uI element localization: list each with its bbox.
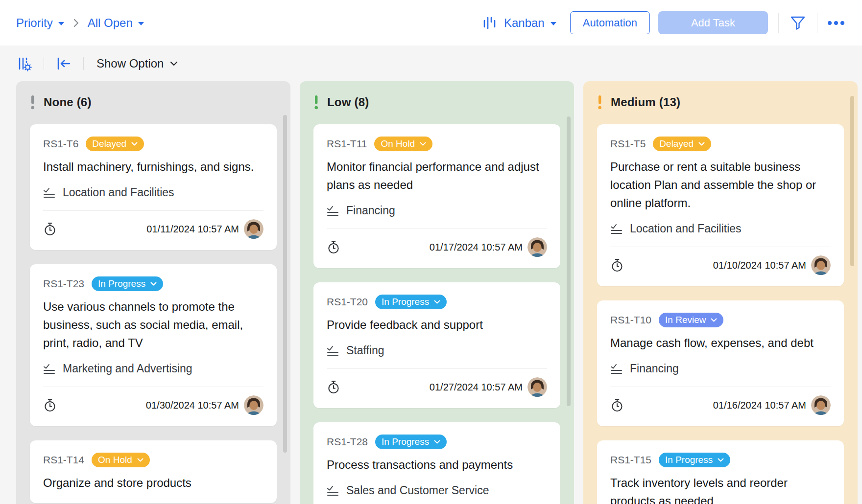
- column-scrollbar[interactable]: [850, 96, 854, 266]
- task-card[interactable]: RS1-T15 In Progress Track inventory leve…: [597, 440, 844, 504]
- due-date: 01/17/2024 10:57 AM: [430, 242, 523, 253]
- task-card[interactable]: RS1-T20 In Progress Provide feedback and…: [313, 282, 560, 408]
- task-key: RS1-T20: [327, 296, 368, 308]
- status-badge[interactable]: Delayed: [86, 137, 144, 151]
- column-scrollbar[interactable]: [283, 115, 287, 453]
- column-header: None (6): [30, 81, 277, 110]
- due-date: 01/16/2024 10:57 AM: [713, 400, 806, 411]
- task-id-row: RS1-T20 In Progress: [327, 295, 547, 309]
- dot-icon: [840, 21, 844, 25]
- card-divider: [327, 368, 547, 369]
- chevron-down-icon: [551, 22, 556, 25]
- status-badge[interactable]: On Hold: [374, 137, 432, 151]
- assignee-avatar: [244, 219, 263, 239]
- task-title: Use various channels to promote the busi…: [43, 298, 263, 352]
- column-title: None (6): [44, 95, 92, 109]
- chevron-down-icon: [58, 22, 64, 25]
- task-key: RS1-T28: [327, 436, 368, 448]
- column-cards: RS1-T11 On Hold Monitor financial perfor…: [313, 124, 560, 504]
- divider: [83, 57, 84, 70]
- column-scrollbar[interactable]: [567, 116, 571, 406]
- task-card[interactable]: RS1-T10 In Review Manage cash flow, expe…: [597, 300, 844, 426]
- status-badge[interactable]: In Review: [659, 313, 723, 327]
- chevron-down-icon: [150, 282, 157, 286]
- task-card[interactable]: RS1-T5 Delayed Purchase or rent a suitab…: [597, 124, 844, 286]
- tasklist-name: Financing: [346, 204, 395, 217]
- automation-button[interactable]: Automation: [570, 11, 650, 34]
- board-settings-button[interactable]: [16, 55, 33, 72]
- card-divider: [610, 247, 831, 247]
- task-id-row: RS1-T5 Delayed: [610, 137, 831, 151]
- task-id-row: RS1-T10 In Review: [610, 313, 831, 327]
- due-date: 01/11/2024 10:57 AM: [146, 224, 239, 235]
- kanban-page: Priority All Open Kanban Automation A: [0, 0, 862, 504]
- task-id-row: RS1-T14 On Hold: [43, 453, 263, 467]
- priority-group-label: Priority: [16, 16, 53, 30]
- board-toolbar: Show Option: [0, 46, 862, 81]
- chevron-down-icon: [434, 300, 440, 304]
- divider: [778, 13, 779, 33]
- kanban-column: Low (8) RS1-T11 On Hold Monitor financia…: [300, 81, 574, 504]
- card-footer: 01/17/2024 10:57 AM: [327, 237, 547, 257]
- filter-button[interactable]: [789, 14, 807, 32]
- status-label: Delayed: [92, 138, 126, 149]
- task-card[interactable]: RS1-T23 In Progress Use various channels…: [30, 264, 277, 426]
- task-title: Organize and store products: [43, 474, 263, 492]
- tasklist-name: Marketing and Advertising: [63, 362, 192, 375]
- assignee-avatar: [244, 395, 263, 415]
- chevron-down-icon: [131, 142, 138, 146]
- status-badge[interactable]: Delayed: [653, 137, 711, 151]
- status-label: On Hold: [98, 455, 132, 465]
- chevron-down-icon: [170, 61, 178, 66]
- priority-icon: [313, 95, 319, 110]
- card-footer: 01/27/2024 10:57 AM: [327, 377, 547, 397]
- chevron-down-icon: [718, 458, 724, 462]
- priority-icon: [30, 95, 35, 110]
- timer-icon: [43, 222, 57, 236]
- task-key: RS1-T10: [610, 314, 651, 326]
- chevron-down-icon: [137, 458, 144, 462]
- priority-group-dropdown[interactable]: Priority: [16, 16, 64, 30]
- status-label: In Progress: [98, 278, 145, 289]
- status-label: In Progress: [382, 297, 429, 307]
- show-option-dropdown[interactable]: Show Option: [96, 57, 178, 70]
- task-filter-dropdown[interactable]: All Open: [88, 16, 144, 30]
- status-label: On Hold: [381, 138, 415, 149]
- task-title: Provide feedback and support: [327, 316, 547, 334]
- view-switcher-label: Kanban: [504, 16, 545, 30]
- tasklist-name: Staffing: [346, 344, 384, 357]
- tasklist-row: Financing: [610, 362, 831, 375]
- column-cards: RS1-T5 Delayed Purchase or rent a suitab…: [597, 124, 844, 504]
- assignee-avatar: [811, 395, 831, 415]
- task-key: RS1-T14: [43, 454, 84, 466]
- tasklist-icon: [43, 363, 55, 375]
- task-id-row: RS1-T23 In Progress: [43, 276, 263, 291]
- tasklist-name: Sales and Customer Service: [346, 484, 489, 497]
- task-card[interactable]: RS1-T6 Delayed Install machinery, furnis…: [30, 124, 277, 250]
- task-card[interactable]: RS1-T11 On Hold Monitor financial perfor…: [313, 124, 560, 268]
- view-switcher-dropdown[interactable]: Kanban: [482, 16, 556, 30]
- status-badge[interactable]: In Progress: [92, 276, 163, 291]
- add-task-button[interactable]: Add Task: [658, 11, 768, 34]
- status-badge[interactable]: In Progress: [375, 435, 447, 449]
- divider: [44, 57, 44, 70]
- task-card[interactable]: RS1-T14 On Hold Organize and store produ…: [30, 440, 277, 503]
- assignee-avatar: [527, 237, 547, 257]
- status-badge[interactable]: In Progress: [659, 453, 730, 467]
- dot-icon: [828, 21, 832, 25]
- collapse-columns-button[interactable]: [55, 56, 72, 71]
- task-card[interactable]: RS1-T28 In Progress Process transactions…: [313, 422, 560, 504]
- timer-icon: [610, 398, 624, 412]
- status-badge[interactable]: In Progress: [375, 295, 447, 309]
- task-id-row: RS1-T15 In Progress: [610, 453, 831, 467]
- task-title: Monitor financial performance and adjust…: [327, 158, 547, 194]
- task-key: RS1-T5: [610, 138, 646, 150]
- kanban-board: None (6) RS1-T6 Delayed Install machiner…: [0, 81, 862, 504]
- column-cards: RS1-T6 Delayed Install machinery, furnis…: [30, 124, 277, 503]
- status-badge[interactable]: On Hold: [92, 453, 150, 467]
- task-title: Track inventory levels and reorder produ…: [610, 474, 831, 504]
- tasklist-icon: [327, 205, 339, 217]
- task-key: RS1-T11: [327, 138, 367, 150]
- more-options-button[interactable]: [828, 21, 844, 25]
- assignee-avatar: [811, 255, 831, 275]
